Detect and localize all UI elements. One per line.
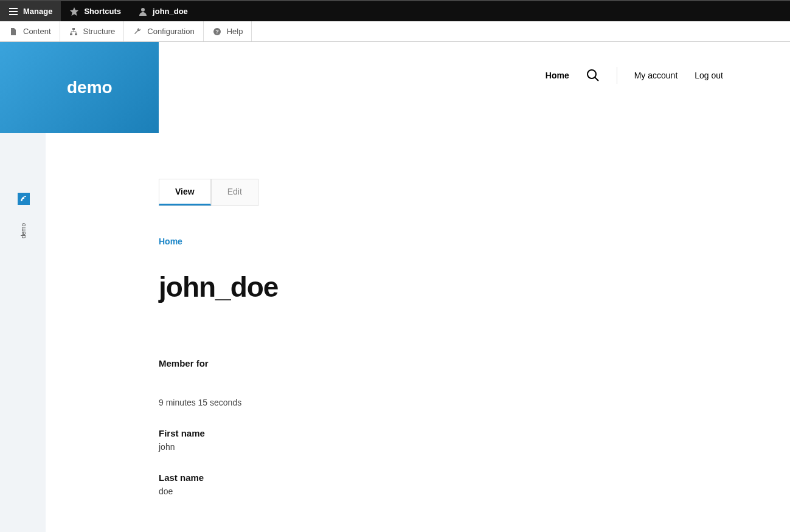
admin-subtoolbar: Content Structure Configuration ? Help [0, 21, 790, 42]
tab-view[interactable]: View [159, 179, 211, 206]
home-link[interactable]: Home [546, 71, 569, 80]
log-out-link[interactable]: Log out [695, 71, 723, 80]
sidebar-brand-icon[interactable] [18, 193, 30, 205]
shortcuts-button[interactable]: Shortcuts [61, 1, 130, 21]
manage-button[interactable]: Manage [0, 1, 61, 21]
breadcrumb-home[interactable]: Home [159, 237, 645, 246]
content-link[interactable]: Content [0, 21, 60, 41]
hamburger-icon [9, 7, 18, 16]
help-link[interactable]: ? Help [204, 21, 252, 41]
search-icon[interactable] [586, 69, 600, 82]
svg-point-0 [141, 8, 145, 12]
my-account-link[interactable]: My account [634, 71, 678, 80]
member-for-value: 9 minutes 15 seconds [159, 398, 645, 407]
star-icon [69, 7, 79, 16]
file-icon [9, 27, 18, 36]
svg-text:?: ? [215, 29, 219, 35]
top-nav: Home My account Log out [546, 63, 723, 88]
admin-toolbar: Manage Shortcuts john_doe [0, 0, 790, 21]
structure-label: Structure [83, 27, 116, 36]
tabs: View Edit [159, 179, 258, 206]
first-name-label: First name [159, 428, 645, 438]
member-for-label: Member for [159, 358, 645, 368]
configuration-link[interactable]: Configuration [124, 21, 203, 41]
help-label: Help [227, 27, 243, 36]
configuration-label: Configuration [147, 27, 194, 36]
last-name-label: Last name [159, 472, 645, 483]
shortcuts-label: Shortcuts [84, 7, 121, 16]
svg-rect-2 [70, 33, 72, 35]
user-label: john_doe [153, 7, 188, 16]
person-icon [138, 7, 148, 16]
content: View Edit Home john_doe Member for 9 min… [159, 179, 645, 517]
page-title: john_doe [159, 271, 645, 303]
help-icon: ? [212, 27, 222, 36]
first-name-value: john [159, 442, 645, 452]
svg-point-6 [587, 70, 596, 78]
brand-block[interactable]: demo [0, 42, 159, 133]
hierarchy-icon [69, 27, 78, 36]
manage-label: Manage [23, 7, 52, 16]
content-label: Content [23, 27, 51, 36]
last-name-value: doe [159, 486, 645, 496]
brand-text: demo [67, 78, 113, 97]
svg-line-7 [595, 77, 598, 81]
user-button[interactable]: john_doe [130, 1, 196, 21]
sidebar-brand-label: demo [20, 223, 27, 238]
main-area: demo Home My account Log out View Edit H… [46, 42, 790, 532]
nav-divider [617, 67, 617, 84]
svg-rect-3 [75, 33, 77, 35]
structure-link[interactable]: Structure [60, 21, 125, 41]
tab-edit[interactable]: Edit [211, 179, 258, 206]
svg-rect-1 [72, 28, 75, 30]
wrench-icon [133, 27, 142, 36]
